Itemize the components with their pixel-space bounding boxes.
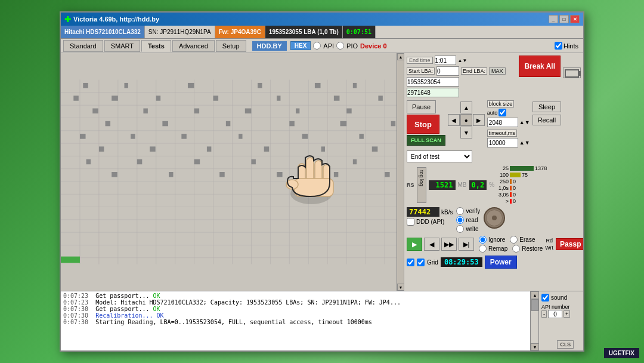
scroll-down-arrow[interactable]: ▼ xyxy=(397,284,404,291)
api-minus[interactable]: - xyxy=(541,310,547,318)
tab-advanced[interactable]: Advanced xyxy=(172,40,215,52)
s25-label: 25 xyxy=(497,165,509,171)
write-label: write xyxy=(466,226,478,232)
svg-rect-76 xyxy=(169,172,173,177)
svg-rect-48 xyxy=(245,109,252,114)
wrt-label: Wrt xyxy=(545,245,553,251)
svg-rect-62 xyxy=(359,134,363,139)
end-test-select[interactable]: End of test xyxy=(407,150,472,162)
start-lba-label: Start LBA: xyxy=(407,67,435,75)
grid-extra-checkbox[interactable] xyxy=(407,259,414,266)
recall-button[interactable]: Recall xyxy=(532,115,562,125)
restore-label: Restore xyxy=(522,245,543,252)
close-button[interactable]: ✕ xyxy=(570,15,580,23)
info-bar: Hitachi HDS721010CLA332 SN: JP2911HQ29N1… xyxy=(61,26,583,39)
block-size-spinner[interactable]: ▲▼ xyxy=(519,119,530,125)
ddd-checkbox[interactable] xyxy=(407,218,414,226)
hints-checkbox[interactable] xyxy=(555,42,562,50)
arrow-left[interactable]: ◀ xyxy=(448,114,460,126)
end-button[interactable]: ▶| xyxy=(459,238,474,251)
ignore-radio[interactable] xyxy=(479,236,487,244)
vrw-group: verify read write xyxy=(456,207,480,233)
grid-checkbox[interactable] xyxy=(417,259,425,266)
pause-button[interactable]: Pause xyxy=(407,100,436,113)
full-scan-button[interactable]: FULL SCAN xyxy=(407,135,445,146)
remap-radio[interactable] xyxy=(479,245,487,253)
scroll-up-arrow[interactable]: ▲ xyxy=(397,53,404,60)
s1k-value: 0 xyxy=(513,185,516,191)
maximize-button[interactable]: □ xyxy=(559,15,569,23)
svg-rect-65 xyxy=(207,146,211,152)
timeout-input[interactable] xyxy=(487,138,518,147)
log-scroll-down[interactable]: ▼ xyxy=(531,343,539,350)
canvas-scrollbar[interactable]: ▲ ▼ xyxy=(397,53,404,291)
rs-label: RS xyxy=(407,182,414,188)
tab-smart[interactable]: SMART xyxy=(104,40,140,52)
auto-label: auto xyxy=(487,110,498,116)
nav-bar: Standard SMART Tests Advanced Setup HDD.… xyxy=(61,39,583,53)
svg-rect-78 xyxy=(277,172,283,177)
canvas-area: ▲ ▼ xyxy=(61,53,404,291)
end-time-input[interactable] xyxy=(435,56,456,65)
log-text-4: Recalibration... OK xyxy=(95,312,163,319)
passp-button[interactable]: Passp xyxy=(556,238,583,250)
ddd-label: DDD (API) xyxy=(416,219,444,225)
svg-rect-41 xyxy=(213,96,219,101)
api-radio[interactable] xyxy=(313,42,321,50)
arrow-right[interactable]: ▶ xyxy=(473,114,485,126)
sound-checkbox[interactable] xyxy=(541,294,549,302)
erase-radio[interactable] xyxy=(510,236,518,244)
api-label: API xyxy=(323,42,334,50)
tab-standard[interactable]: Standard xyxy=(63,40,103,52)
current-lba-input[interactable] xyxy=(407,88,459,97)
play-button[interactable]: ▶ xyxy=(407,238,422,251)
elapsed-time: 0:07:51 xyxy=(346,29,371,35)
arrow-center[interactable]: ● xyxy=(460,114,472,126)
block-size-input[interactable] xyxy=(487,118,518,127)
start-lba-input[interactable] xyxy=(436,66,459,76)
write-radio[interactable] xyxy=(456,225,464,233)
back-button[interactable]: ◀ xyxy=(424,238,439,251)
verify-label: verify xyxy=(466,208,480,214)
svg-rect-35 xyxy=(258,83,262,88)
api-plus[interactable]: + xyxy=(564,310,570,318)
svg-rect-50 xyxy=(346,109,352,114)
break-all-button[interactable]: Break All xyxy=(519,56,561,77)
timeout-spinner[interactable]: ▲▼ xyxy=(519,140,530,146)
api-number-label: API number xyxy=(541,304,581,310)
log-scrollbar[interactable]: ▲ ▼ xyxy=(530,291,538,350)
arrow-up[interactable]: ▲ xyxy=(460,101,472,113)
pio-radio[interactable] xyxy=(336,42,344,50)
end-lba-input[interactable] xyxy=(407,77,459,87)
timeout-label: timeout,ms xyxy=(487,130,517,137)
auto-checkbox[interactable] xyxy=(499,109,506,116)
log-scroll-up[interactable]: ▲ xyxy=(531,291,539,299)
remap-label: Remap xyxy=(488,245,507,252)
log-scroll-thumb[interactable] xyxy=(531,299,538,311)
log-time-1: 0:07:23 xyxy=(63,293,88,299)
svg-rect-42 xyxy=(277,96,280,101)
tab-setup[interactable]: Setup xyxy=(216,40,246,52)
read-radio[interactable] xyxy=(456,216,464,224)
device-label: Device 0 xyxy=(360,42,387,50)
time-spinner[interactable]: ▲▼ xyxy=(458,58,467,63)
restore-radio[interactable] xyxy=(512,245,520,253)
log-text-2: Model: Hitachi HDS721010CLA332; Capacity… xyxy=(95,299,401,306)
svg-rect-34 xyxy=(188,83,194,88)
power-button[interactable]: Power xyxy=(485,256,517,269)
hex-button[interactable]: HEX xyxy=(290,41,311,50)
tab-tests[interactable]: Tests xyxy=(141,40,171,52)
arrow-down[interactable]: ▼ xyxy=(460,127,472,139)
end-lba-max[interactable]: MAX xyxy=(489,67,506,75)
tog-log-button[interactable]: tog log xyxy=(417,167,426,203)
ff-button[interactable]: ▶▶ xyxy=(441,238,457,251)
grid-time-display: 08:29:53 xyxy=(441,257,482,267)
cls-button[interactable]: CLS xyxy=(557,340,574,349)
verify-radio[interactable] xyxy=(456,207,464,215)
minimize-button[interactable]: _ xyxy=(549,15,558,23)
sleep-button[interactable]: Sleep xyxy=(532,101,562,112)
svg-rect-32 xyxy=(83,83,88,88)
api-value-input[interactable] xyxy=(548,310,562,318)
percent-value: 0,2 xyxy=(469,180,487,190)
stop-button[interactable]: Stop xyxy=(407,115,439,134)
